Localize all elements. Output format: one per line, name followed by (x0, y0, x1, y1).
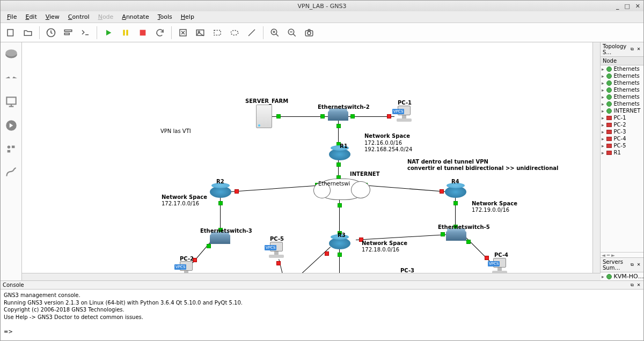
server-item[interactable]: ▸KVM-HO… (601, 272, 643, 280)
topology-node-item[interactable]: ▸PC-5 (601, 142, 643, 149)
menu-control[interactable]: Control (65, 12, 93, 21)
panel-close-icon[interactable]: ✕ (636, 262, 641, 268)
pause-all-button[interactable] (119, 26, 133, 40)
zoom-out-button[interactable] (285, 26, 299, 40)
canvas-label: convertir el tunnel bidirectional >> uni… (407, 165, 558, 171)
link-port-status (466, 240, 471, 244)
menu-edit[interactable]: Edit (22, 12, 40, 21)
panel-hscroll[interactable]: ◄ ━ ► (601, 252, 643, 257)
device-router[interactable] (445, 186, 466, 198)
device-vpcs[interactable]: VPCS (394, 106, 414, 123)
device-switch[interactable] (210, 234, 230, 244)
menu-tools[interactable]: Tools (155, 12, 175, 21)
svg-rect-6 (140, 29, 146, 35)
topology-node-item[interactable]: ▸PC-2 (601, 121, 643, 128)
menu-file[interactable]: File (4, 12, 20, 21)
add-rect-button[interactable] (210, 26, 224, 40)
topology-node-item[interactable]: ▸Ethernets (601, 93, 643, 100)
topology-link[interactable] (363, 185, 446, 192)
add-note-button[interactable] (176, 26, 190, 40)
device-server[interactable] (256, 105, 272, 128)
security-devices-button[interactable] (3, 117, 19, 134)
svg-rect-3 (64, 33, 69, 34)
console-button[interactable] (78, 26, 92, 40)
device-router[interactable] (329, 238, 350, 249)
link-port-status (350, 114, 355, 118)
topology-node-item[interactable]: ▸Ethernets (601, 79, 643, 86)
reload-all-button[interactable] (153, 26, 167, 40)
svg-point-11 (231, 30, 238, 35)
canvas-label: R1 (340, 143, 348, 149)
device-router[interactable] (210, 186, 231, 198)
new-project-button[interactable] (4, 26, 18, 40)
link-port-status (336, 124, 341, 128)
link-port-status (440, 189, 444, 194)
link-port-status (338, 203, 342, 207)
link-port-status (276, 114, 281, 118)
topology-node-item[interactable]: ▸INTERNET (601, 107, 643, 114)
menu-help[interactable]: Help (178, 12, 197, 21)
add-link-button[interactable] (3, 165, 19, 181)
topology-summary-title: Topology S… (603, 43, 630, 55)
svg-rect-22 (7, 150, 10, 153)
device-switch[interactable] (446, 231, 466, 241)
all-devices-button[interactable] (3, 141, 19, 157)
start-all-button[interactable] (101, 26, 115, 40)
topology-link[interactable] (339, 248, 340, 273)
topology-node-item[interactable]: ▸Ethernets (601, 65, 643, 72)
end-devices-category-button[interactable] (3, 94, 19, 110)
add-line-button[interactable] (245, 26, 259, 40)
topology-node-item[interactable]: ▸Ethernets (601, 72, 643, 79)
device-vpcs[interactable]: VPCS (490, 258, 509, 273)
show-labels-button[interactable] (61, 26, 75, 40)
topology-node-item[interactable]: ▸PC-3 (601, 128, 643, 135)
link-port-status (453, 201, 458, 205)
horizontal-scrollbar[interactable] (22, 273, 601, 280)
canvas-label: Ethernetswitch-5 (438, 224, 490, 230)
routers-category-button[interactable] (3, 47, 19, 63)
panel-close-icon[interactable]: ✕ (636, 47, 641, 52)
panel-close-icon[interactable]: ✕ (636, 283, 641, 288)
close-button[interactable]: ✕ (635, 3, 640, 10)
panel-undock-icon[interactable]: ⧉ (630, 283, 635, 288)
add-image-button[interactable] (193, 26, 207, 40)
topology-canvas[interactable]: VPCSVPCSVPCSVPCSVPCSVPN las VTISERVER_FA… (22, 42, 601, 273)
topology-node-list[interactable]: ▸Ethernets▸Ethernets▸Ethernets▸Ethernets… (601, 65, 643, 252)
svg-rect-4 (123, 29, 125, 35)
topology-link[interactable] (356, 234, 448, 240)
topology-node-item[interactable]: ▸Ethernets (601, 86, 643, 93)
topology-link[interactable] (231, 185, 323, 192)
node-column-header: Node (601, 57, 643, 65)
canvas-label: 172.17.0.0/16 (162, 201, 199, 206)
servers-summary-title: Servers Sum… (603, 259, 630, 271)
maximize-button[interactable]: □ (624, 3, 630, 10)
menu-view[interactable]: View (42, 12, 63, 21)
topology-node-item[interactable]: ▸PC-4 (601, 135, 643, 142)
device-switch[interactable] (328, 111, 348, 121)
device-toolbar (1, 42, 22, 280)
vertical-scrollbar[interactable] (592, 42, 600, 273)
topology-node-item[interactable]: ▸Ethernets (601, 100, 643, 107)
device-vpcs[interactable]: VPCS (267, 242, 286, 259)
canvas-label: Ethernetswitch-6 (269, 272, 321, 273)
canvas-label: 172.19.0.0/16 (472, 207, 509, 213)
switches-category-button[interactable] (3, 70, 19, 86)
device-router[interactable] (329, 149, 350, 160)
add-ellipse-button[interactable] (228, 26, 241, 40)
device-vpcs[interactable]: VPCS (177, 261, 196, 273)
link-port-status (207, 244, 211, 248)
console-output[interactable]: GNS3 management console. Running GNS3 ve… (1, 290, 643, 340)
menu-annotate[interactable]: Annotate (119, 12, 152, 21)
zoom-in-button[interactable] (268, 26, 282, 40)
panel-undock-icon[interactable]: ⧉ (630, 47, 635, 52)
topology-node-item[interactable]: ▸R1 (601, 149, 643, 156)
open-project-button[interactable] (21, 26, 35, 40)
minimize-button[interactable]: _ (616, 3, 619, 10)
topology-link[interactable] (294, 247, 331, 273)
topology-summary-header: Topology S… ⧉✕ (601, 42, 643, 57)
screenshot-button[interactable] (302, 26, 316, 40)
stop-all-button[interactable] (136, 26, 150, 40)
panel-undock-icon[interactable]: ⧉ (630, 262, 635, 268)
snapshot-button[interactable] (44, 26, 58, 40)
topology-node-item[interactable]: ▸PC-1 (601, 114, 643, 121)
